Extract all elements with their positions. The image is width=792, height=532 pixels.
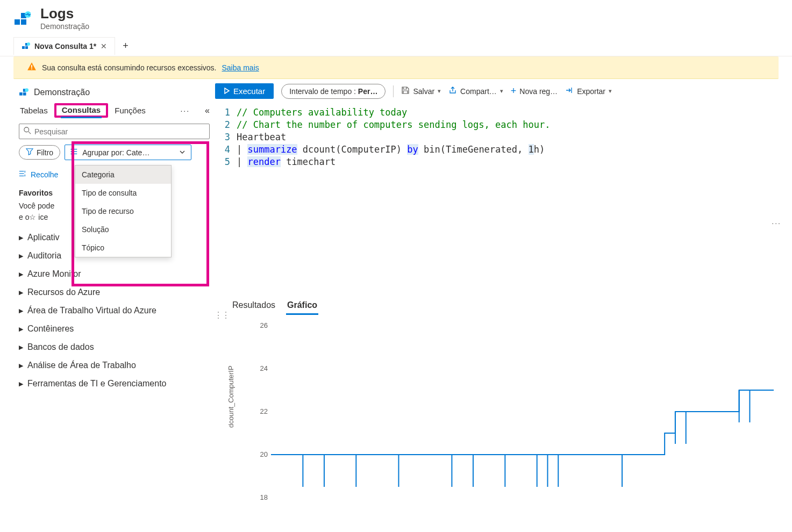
query-editor[interactable]: 1// Computers availability today2// Char…: [215, 104, 792, 168]
warning-icon: [27, 62, 37, 73]
group-by-option[interactable]: Tipo de consulta: [75, 184, 171, 202]
svg-rect-1: [21, 19, 26, 25]
timechart: 1820222426: [249, 320, 787, 508]
category-item[interactable]: ▶Área de Trabalho Virtual do Azure: [19, 301, 210, 320]
group-by-option[interactable]: Solução: [75, 220, 171, 239]
chevron-down-icon: ▾: [438, 88, 441, 95]
sidebar-tab-functions[interactable]: Funções: [113, 104, 147, 117]
caret-right-icon: ▶: [19, 271, 23, 278]
highlight-annotation: Consultas: [54, 103, 109, 118]
share-icon: [448, 86, 457, 96]
chart-y-axis-label: dcount_ComputerIP: [227, 365, 235, 428]
search-input-container[interactable]: [19, 124, 210, 139]
sidebar: Demonstração Tabelas Consultas Funções ·…: [0, 79, 215, 514]
group-by-option[interactable]: Categoria: [75, 166, 171, 184]
caret-right-icon: ▶: [19, 380, 23, 387]
caret-right-icon: ▶: [19, 326, 23, 333]
warning-learn-more-link[interactable]: Saiba mais: [222, 63, 259, 72]
caret-right-icon: ▶: [19, 234, 23, 241]
caret-right-icon: ▶: [19, 307, 23, 314]
filter-icon: [26, 148, 33, 157]
divider: [393, 85, 394, 97]
chevron-down-icon: ▾: [609, 88, 612, 95]
svg-rect-8: [31, 65, 32, 68]
sidebar-tab-tables[interactable]: Tabelas: [19, 104, 49, 117]
caret-right-icon: ▶: [19, 253, 23, 260]
group-by-option[interactable]: Tópico: [75, 239, 171, 257]
category-item[interactable]: ▶Análise de Área de Trabalho: [19, 356, 210, 375]
group-by-menu: Categoria Tipo de consulta Tipo de recur…: [75, 165, 172, 257]
query-tab-strip: Nova Consulta 1* ✕ +: [0, 36, 792, 56]
scope-selector[interactable]: Demonstração: [19, 84, 210, 104]
svg-point-20: [71, 151, 72, 152]
caret-right-icon: ▶: [19, 362, 23, 369]
svg-rect-5: [25, 46, 28, 49]
query-toolbar: Executar Intervalo de tempo : Per… Salva…: [215, 83, 792, 104]
azure-monitor-icon: [22, 42, 30, 51]
warning-banner: Sua consulta está consumindo recursos ex…: [13, 56, 779, 79]
search-input[interactable]: [34, 127, 205, 136]
content-area: Executar Intervalo de tempo : Per… Salva…: [215, 79, 792, 514]
results-more-button[interactable]: ···: [772, 219, 781, 227]
group-by-dropdown[interactable]: Agrupar por: Cate…: [65, 145, 191, 160]
category-item[interactable]: ▶Azure Monitor: [19, 265, 210, 283]
plus-icon: +: [511, 85, 517, 97]
time-range-selector[interactable]: Intervalo de tempo : Per…: [281, 84, 386, 99]
group-by-option[interactable]: Tipo de recurso: [75, 202, 171, 220]
warning-text: Sua consulta está consumindo recursos ex…: [42, 63, 217, 72]
filter-button[interactable]: Filtro: [19, 145, 60, 160]
collapse-all-label: Recolhe: [31, 170, 58, 179]
scope-label: Demonstração: [34, 88, 90, 97]
svg-rect-0: [15, 19, 20, 25]
chevron-down-icon: ▾: [500, 88, 503, 95]
export-button[interactable]: Exportar ▾: [565, 86, 612, 96]
results-tab[interactable]: Resultados: [231, 297, 276, 315]
share-button[interactable]: Compart… ▾: [448, 86, 503, 96]
add-tab-button[interactable]: +: [115, 36, 136, 56]
svg-point-13: [25, 88, 28, 92]
search-icon: [24, 127, 31, 136]
chart-area: dcount_ComputerIP 1820222426: [231, 320, 787, 514]
svg-point-19: [71, 149, 72, 150]
svg-point-21: [71, 154, 72, 155]
page-subtitle: Demonstração: [40, 22, 89, 31]
save-button[interactable]: Salvar ▾: [401, 86, 441, 96]
collapse-sidebar-icon[interactable]: «: [205, 106, 210, 116]
svg-text:20: 20: [260, 450, 268, 458]
save-icon: [401, 86, 410, 96]
svg-rect-9: [31, 68, 32, 69]
svg-rect-10: [19, 92, 23, 96]
chart-tab[interactable]: Gráfico: [286, 297, 318, 315]
page-title: Logs: [40, 5, 89, 22]
filter-row: Filtro Agrupar por: Cate… Categoria Tipo…: [19, 145, 210, 160]
azure-monitor-icon: [13, 11, 31, 28]
svg-rect-11: [23, 92, 26, 96]
run-button[interactable]: Executar: [215, 83, 274, 99]
caret-right-icon: ▶: [19, 344, 23, 351]
category-item[interactable]: ▶Bancos de dados: [19, 338, 210, 356]
svg-point-7: [27, 42, 30, 46]
new-alert-button[interactable]: + Nova reg…: [511, 85, 558, 97]
export-icon: [565, 86, 574, 96]
list-icon: [70, 148, 78, 157]
group-by-label: Agrupar por: Cate…: [82, 148, 149, 157]
sidebar-tabs: Tabelas Consultas Funções ··· «: [19, 104, 210, 117]
svg-point-14: [24, 127, 29, 132]
collapse-tree-icon: [19, 170, 26, 179]
play-icon: [224, 87, 230, 96]
result-tabs: Resultados Gráfico: [215, 292, 792, 315]
sidebar-tabs-more-button[interactable]: ···: [180, 106, 190, 115]
sidebar-tab-queries[interactable]: Consultas: [61, 103, 102, 118]
category-item[interactable]: ▶Contêineres: [19, 320, 210, 338]
category-item[interactable]: ▶Ferramentas de TI e Gerenciamento: [19, 375, 210, 393]
azure-monitor-icon: [19, 88, 28, 97]
svg-text:18: 18: [260, 493, 268, 501]
query-tab[interactable]: Nova Consulta 1* ✕: [13, 37, 115, 55]
close-tab-icon[interactable]: ✕: [101, 42, 107, 51]
svg-text:26: 26: [260, 321, 268, 329]
drag-handle-icon[interactable]: ⋮⋮: [214, 310, 229, 320]
caret-right-icon: ▶: [19, 289, 23, 296]
filter-label: Filtro: [37, 148, 53, 157]
category-item[interactable]: ▶Recursos do Azure: [19, 283, 210, 301]
svg-line-15: [28, 132, 31, 134]
